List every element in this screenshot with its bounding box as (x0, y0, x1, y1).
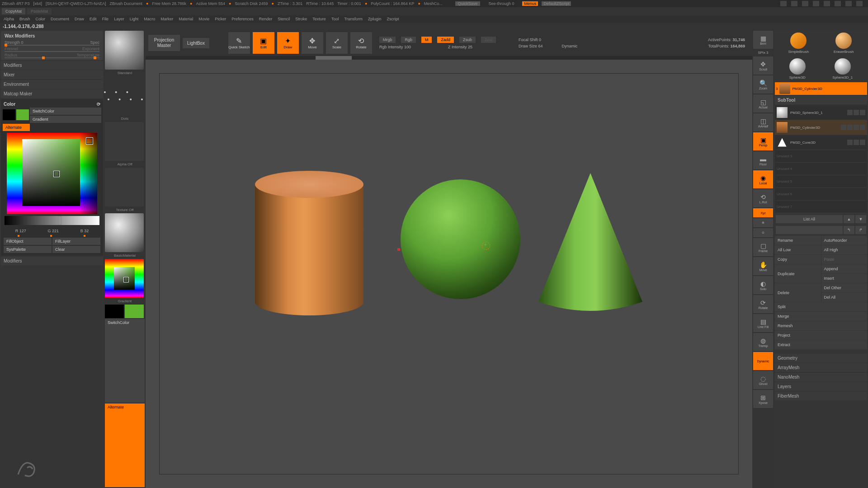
sphere3d1-icon[interactable] (835, 58, 851, 75)
move-button[interactable]: ✥Move (302, 32, 323, 54)
dynamic-button[interactable]: Dynamic (753, 352, 773, 370)
menu-alpha[interactable]: Alpha (4, 17, 14, 21)
brush-icon[interactable] (854, 125, 859, 130)
zadd-button[interactable]: Zadd (437, 37, 454, 43)
menu-edit[interactable]: Edit (90, 17, 97, 21)
win-btn-2[interactable] (791, 1, 797, 6)
menu-macro[interactable]: Macro (144, 17, 155, 21)
layers-section[interactable]: Layers (775, 382, 867, 391)
zcul-button[interactable]: Zcul (481, 37, 496, 43)
menu-layer[interactable]: Layer (114, 17, 124, 21)
primary-color-swatch[interactable] (16, 109, 29, 120)
gradient-button[interactable]: Gradient (30, 116, 101, 123)
delete-button[interactable]: Delete (775, 283, 821, 302)
syspalette-button[interactable]: SysPalette (4, 246, 52, 253)
sphere-object[interactable] (401, 179, 520, 299)
material-thumb[interactable] (105, 213, 144, 252)
cylinder-object[interactable] (255, 171, 363, 320)
environment-section[interactable]: Environment (1, 80, 103, 89)
rgb-intensity-slider[interactable]: Rgb Intensity 100 (379, 45, 443, 49)
pastemat-button[interactable]: PasteMat (27, 8, 52, 14)
floor-button[interactable]: ▬Floor (753, 151, 773, 169)
m-button[interactable]: M (421, 37, 432, 43)
viewport[interactable] (146, 60, 752, 488)
focal-shift-slider[interactable]: Focal Shift 0 (519, 38, 541, 42)
remesh-button[interactable]: Remesh (775, 321, 867, 330)
seethrough[interactable]: See-through 0 (488, 1, 514, 6)
eraserbrush-icon[interactable] (835, 33, 852, 49)
menu-zscript[interactable]: Zscript (387, 17, 399, 21)
local-button[interactable]: ◉Local (753, 170, 773, 188)
menu-stroke[interactable]: Stroke (295, 17, 307, 21)
autoreorder-button[interactable]: AutoReorder (821, 236, 868, 245)
duplicate-button[interactable]: Duplicate (775, 264, 821, 283)
delother-button[interactable]: Del Other (821, 283, 868, 292)
fillobject-button[interactable]: FillObject (4, 238, 52, 245)
listall-button[interactable]: List All (776, 215, 843, 223)
lrot-button[interactable]: ⟲L.Rot (753, 189, 773, 207)
menus-button[interactable]: Menus (522, 1, 538, 6)
copy-button[interactable]: Copy (775, 255, 821, 264)
vis-icon[interactable] (847, 110, 853, 115)
switchcolor-button[interactable]: SwitchColor (30, 108, 101, 115)
menu-document[interactable]: Document (51, 17, 69, 21)
clear-button[interactable]: Clear (52, 246, 100, 253)
win-btn-3[interactable] (802, 1, 808, 6)
center-button[interactable]: ⊕ (753, 218, 773, 227)
arrow-down-button[interactable]: ↱ (855, 226, 866, 234)
modifiers2-section[interactable]: Modifiers (1, 257, 103, 265)
rotate-canvas-button[interactable]: ⟳Rotate (753, 295, 773, 313)
menu-stencil[interactable]: Stencil (278, 17, 290, 21)
insert-button[interactable]: Insert (821, 274, 868, 283)
fibermesh-section[interactable]: FiberMesh (775, 392, 867, 400)
win-btn-1[interactable] (780, 1, 787, 6)
sphere3d-icon[interactable] (789, 58, 806, 75)
eye-icon[interactable] (860, 125, 865, 130)
menu-file[interactable]: File (102, 17, 109, 21)
simplebrush-icon[interactable] (790, 33, 807, 49)
close-button[interactable] (856, 1, 863, 6)
split-button[interactable]: Split (775, 302, 867, 311)
mixer-section[interactable]: Mixer (1, 70, 103, 79)
menu-preferences[interactable]: Preferences (231, 17, 254, 21)
paste-button[interactable]: Paste (821, 255, 868, 264)
current-tool[interactable]: 3PM3D_Cylinder3D (775, 82, 867, 95)
nanomesh-section[interactable]: NanoMesh (775, 373, 867, 381)
actual-button[interactable]: ◱Actual (753, 94, 773, 113)
menu-tool[interactable]: Tool (331, 17, 339, 21)
move-up-button[interactable]: ▲ (844, 215, 854, 223)
refresh-icon[interactable]: ⟳ (97, 102, 100, 107)
edit-button[interactable]: ▣Edit (253, 32, 274, 54)
wax-modifiers-header[interactable]: Wax Modifiers (3, 33, 101, 39)
minimize-button[interactable] (835, 1, 841, 6)
xyz-button[interactable]: Xyz (753, 208, 773, 217)
persp-button[interactable]: ▣Persp (753, 132, 773, 150)
delall-button[interactable]: Del All (821, 293, 868, 302)
paint-icon[interactable] (854, 140, 859, 145)
move-down-button[interactable]: ▼ (855, 215, 866, 223)
win-btn-4[interactable] (813, 1, 819, 6)
zoom-button[interactable]: 🔍Zoom (753, 75, 773, 94)
mini-pri-swatch[interactable] (125, 305, 144, 318)
ghost-button[interactable]: ◌Ghost (753, 371, 773, 389)
mini-switchcolor[interactable]: SwitchColor (105, 319, 145, 403)
paint-icon[interactable] (854, 110, 859, 115)
project-button[interactable]: Project (775, 331, 867, 340)
matcap-maker-section[interactable]: Matcap Maker (1, 89, 103, 98)
draw-size-slider[interactable]: Draw Size 64 (519, 44, 543, 48)
merge-button[interactable]: Merge (775, 312, 867, 321)
alpha-thumb[interactable] (105, 122, 144, 161)
win-btn-5[interactable] (824, 1, 830, 6)
quicksketch-button[interactable]: ✎Quick Sketch (228, 32, 250, 54)
cone-object[interactable] (534, 171, 647, 315)
menu-zplugin[interactable]: Zplugin (368, 17, 382, 21)
bnh-button[interactable]: ▦BnH (753, 31, 773, 49)
quicksave-button[interactable]: QuickSave (455, 1, 481, 6)
scroll-button[interactable]: ✥Scroll (753, 56, 773, 75)
vis-icon[interactable] (841, 125, 846, 130)
scale-button[interactable]: ⤢Scale (326, 32, 348, 54)
linefill-button[interactable]: ▤Line Fill (753, 314, 773, 332)
texture-thumb[interactable] (105, 168, 144, 206)
menu-movie[interactable]: Movie (198, 17, 209, 21)
menu-color[interactable]: Color (36, 17, 46, 21)
